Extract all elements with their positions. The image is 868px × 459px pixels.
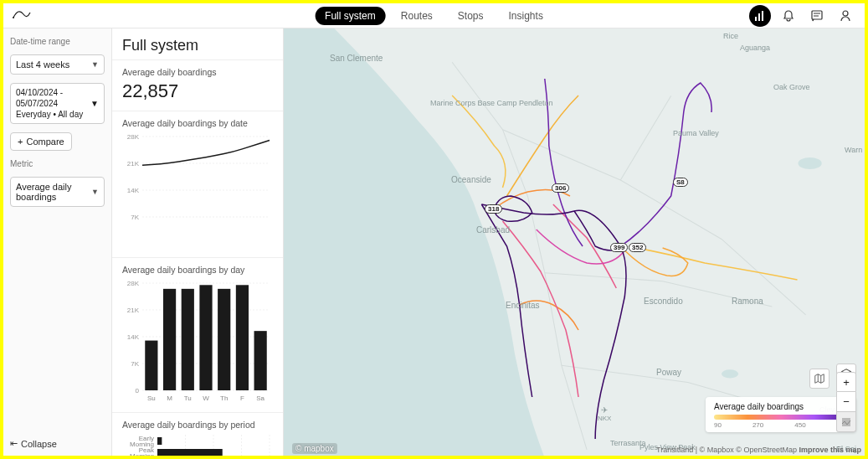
legend-gradient [714, 415, 848, 420]
range-select-value: Last 4 weeks [16, 59, 69, 70]
legend-tick: 450 [794, 421, 805, 429]
collapse-label: Collapse [21, 439, 57, 449]
svg-rect-36 [254, 331, 267, 390]
page-title: Full system [112, 28, 283, 59]
map-provider-attr: © mapbox [292, 443, 337, 454]
map-style-button[interactable] [836, 412, 856, 432]
nav-insights[interactable]: Insights [499, 7, 553, 25]
svg-rect-1 [755, 17, 757, 21]
bar-chart[interactable]: 07K14K21K28KSuMTuWThFSa [122, 278, 273, 404]
svg-text:F: F [240, 395, 244, 402]
svg-rect-42 [157, 437, 162, 445]
nav-full-system[interactable]: Full system [315, 7, 386, 25]
map-toggle-button[interactable] [809, 369, 829, 389]
chevron-down-icon: ▼ [91, 188, 99, 196]
svg-point-51 [799, 157, 822, 169]
top-nav: Full system Routes Stops Insights [315, 7, 553, 25]
map[interactable]: San Clemente Marine Corps Base Camp Pend… [284, 28, 865, 456]
chart2-label: Average daily boardings by day [122, 265, 273, 275]
metric-select-value: Average daily boardings [16, 182, 91, 202]
svg-rect-24 [145, 341, 157, 390]
notifications-icon[interactable] [778, 5, 799, 27]
svg-text:W: W [203, 395, 209, 402]
nav-stops[interactable]: Stops [448, 7, 494, 25]
collapse-button[interactable]: ⇤ Collapse [10, 438, 57, 449]
datetime-range-label: Date-time range [10, 37, 105, 46]
svg-point-5 [843, 11, 848, 16]
kpi-value: 22,857 [122, 80, 273, 102]
metric-select[interactable]: Average daily boardings ▼ [10, 177, 105, 207]
profile-icon[interactable] [835, 5, 856, 27]
collapse-icon: ⇤ [10, 438, 18, 449]
svg-text:7K: 7K [131, 214, 139, 221]
legend-tick: 90 [714, 421, 722, 429]
svg-text:14K: 14K [127, 333, 140, 341]
svg-rect-34 [236, 285, 249, 390]
zoom-in-button[interactable]: + [836, 372, 856, 392]
plus-icon: + [18, 137, 23, 147]
svg-text:Su: Su [147, 395, 156, 402]
hbar-chart[interactable]: EarlyMorningPeakMorningMidday [122, 433, 273, 456]
svg-point-52 [722, 369, 738, 378]
svg-text:28K: 28K [127, 280, 140, 287]
svg-point-0 [13, 17, 14, 18]
svg-text:7K: 7K [131, 360, 139, 368]
svg-text:0: 0 [136, 387, 140, 395]
chevron-down-icon: ▼ [90, 98, 99, 109]
svg-text:21K: 21K [127, 160, 140, 168]
chart1-label: Average daily boardings by date [122, 118, 273, 128]
kpi-label: Average daily boardings [122, 67, 273, 77]
date-range-text: 04/10/2024 - 05/07/2024 [16, 87, 90, 109]
svg-rect-3 [762, 11, 763, 21]
chevron-down-icon: ▼ [91, 60, 99, 69]
range-select[interactable]: Last 4 weeks ▼ [10, 54, 105, 75]
chart3-label: Average daily boardings by period [122, 420, 273, 430]
map-attribution: Transitland | © Mapbox © OpenStreetMap I… [656, 446, 861, 454]
svg-rect-32 [218, 289, 230, 390]
svg-text:Morning: Morning [130, 452, 154, 456]
date-range-display[interactable]: 04/10/2024 - 05/07/2024 Everyday • All d… [10, 83, 105, 124]
svg-text:Th: Th [220, 395, 228, 402]
line-chart[interactable]: 7K14K21K28K [122, 132, 273, 249]
svg-text:28K: 28K [127, 133, 140, 141]
svg-rect-4 [812, 11, 822, 19]
map-legend: Average daily boardings 90 270 450 630 [706, 397, 856, 432]
metric-label: Metric [10, 159, 105, 168]
compare-label: Compare [26, 137, 64, 147]
legend-title: Average daily boardings [714, 402, 848, 411]
svg-text:14K: 14K [127, 187, 140, 194]
svg-rect-26 [163, 289, 176, 390]
legend-tick: 270 [752, 421, 763, 429]
svg-text:Sa: Sa [256, 395, 265, 402]
app-logo[interactable] [12, 6, 32, 25]
svg-rect-2 [758, 13, 760, 21]
svg-text:21K: 21K [127, 307, 140, 314]
compare-button[interactable]: + Compare [10, 132, 72, 151]
nav-routes[interactable]: Routes [391, 7, 443, 25]
zoom-out-button[interactable]: − [836, 392, 856, 412]
messages-icon[interactable] [806, 5, 828, 27]
svg-text:Tu: Tu [184, 395, 192, 402]
svg-text:M: M [167, 395, 172, 402]
svg-rect-28 [182, 289, 194, 390]
date-range-subtext: Everyday • All day [16, 109, 90, 120]
analytics-icon[interactable] [749, 5, 771, 27]
svg-rect-45 [157, 449, 223, 456]
svg-rect-30 [199, 285, 212, 390]
